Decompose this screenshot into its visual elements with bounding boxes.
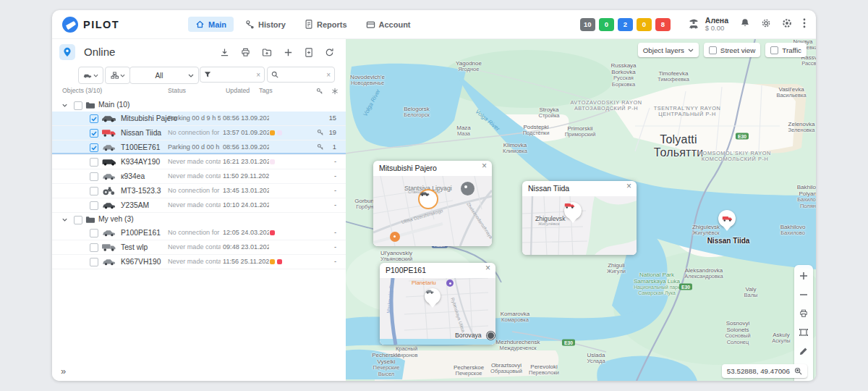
object-row[interactable]: Mitsubishi PajeroParking 00 d 9 h 55 min… — [52, 112, 346, 126]
map-place-label: MezhdurechenskМеждуреченск — [496, 339, 540, 352]
close-icon[interactable]: × — [626, 181, 631, 191]
app-window: PILOT MainHistoryReportsAccount 100208 А… — [52, 10, 816, 381]
close-icon[interactable]: × — [485, 263, 490, 273]
street-view-checkbox[interactable] — [709, 46, 717, 54]
object-row[interactable]: P100PE161No connection for 6 mon12:05 24… — [52, 226, 346, 240]
map-place-label: ZelenovkaЗеленовка — [788, 121, 815, 134]
nav-tab-history[interactable]: History — [238, 17, 293, 32]
group-row[interactable]: My veh (3) — [52, 213, 346, 226]
sedan-icon — [101, 172, 116, 181]
bell-icon[interactable] — [740, 18, 750, 31]
group-checkbox[interactable] — [74, 216, 82, 224]
popup-minimap: Stantsiya Lipyagi Станция Липяги Ulitsa … — [373, 176, 492, 246]
map-place-label: TSENTRAL'NYY RAYONЦЕНТРАЛЬНЫЙ Р-Н — [652, 106, 723, 118]
refresh-icon[interactable] — [325, 47, 334, 60]
object-row[interactable]: МТ3-1523.3No connection for 9 mon13:45 1… — [52, 184, 346, 198]
object-row[interactable]: K934AY190Never made contact16:21 23.01.2… — [52, 155, 346, 169]
map-place-label: UsladaУслада — [587, 352, 605, 365]
nav-label: Main — [208, 20, 226, 29]
settings-gear-icon[interactable] — [761, 18, 771, 31]
road-badge: E30 — [736, 133, 749, 140]
map-controls: Object layers Street view Traffic — [638, 43, 807, 57]
add-icon[interactable] — [284, 47, 293, 60]
map-place-label: Ul'yanovskiyУльяновский — [380, 250, 412, 263]
kebab-menu-icon[interactable] — [803, 18, 806, 31]
object-checkbox[interactable] — [90, 258, 98, 266]
map-pin-icon — [63, 47, 72, 57]
tractor-icon — [101, 186, 116, 196]
zoom-in-button[interactable] — [799, 270, 808, 283]
map-place-label: Vasil'evkaВасильевка — [776, 86, 806, 99]
object-updated: 08:56 13.09.2025 — [223, 112, 269, 125]
tag-filter-input[interactable]: × — [200, 67, 265, 83]
object-checkbox[interactable] — [90, 243, 98, 252]
object-checkbox[interactable] — [90, 187, 98, 196]
object-row[interactable]: Nissan TiidaNo connection for 12 day13:5… — [52, 126, 346, 140]
object-tags — [270, 230, 275, 235]
print-icon[interactable] — [241, 47, 250, 60]
object-checkbox[interactable] — [90, 114, 98, 123]
street-view-toggle[interactable]: Street view — [704, 43, 760, 57]
tiida-mini-marker — [564, 202, 582, 219]
object-checkbox[interactable] — [90, 143, 98, 152]
object-checkbox[interactable] — [90, 229, 98, 237]
zoom-out-button[interactable] — [799, 289, 808, 302]
counter-badge[interactable]: 2 — [618, 18, 633, 31]
nissan-tiida-map-marker[interactable] — [718, 210, 736, 227]
object-checkbox[interactable] — [90, 172, 98, 181]
folder-add-icon[interactable] — [262, 47, 272, 60]
object-layers-dropdown[interactable]: Object layers — [638, 43, 699, 57]
home-icon — [195, 20, 205, 29]
locate-search-icon[interactable] — [794, 367, 802, 375]
traffic-checkbox[interactable] — [770, 46, 778, 54]
popup-minimap: Planetariu Moskovskiy Prospekt Rybinskay… — [380, 278, 495, 345]
nav-tab-main[interactable]: Main — [188, 17, 234, 32]
traffic-toggle[interactable]: Traffic — [765, 43, 807, 57]
measure-button[interactable] — [799, 345, 808, 358]
nav-tab-reports[interactable]: Reports — [297, 17, 354, 32]
group-checkbox[interactable] — [74, 101, 82, 110]
counter-badge[interactable]: 0 — [637, 18, 652, 31]
search-input[interactable]: × — [267, 67, 335, 83]
object-row[interactable]: K967VH190Never made contact11:56 25.11.2… — [52, 255, 346, 269]
coordinates-display: 53.52888, 49.47006 — [722, 364, 807, 378]
counter-badge[interactable]: 10 — [580, 18, 595, 31]
driver-icon — [686, 16, 701, 33]
group-view-dropdown[interactable] — [105, 67, 130, 84]
user-menu[interactable]: Алена $ 0.00 — [686, 16, 728, 33]
account-icon — [366, 20, 375, 29]
object-row[interactable]: Test wlpNever made contact09:48 23.01.20… — [52, 240, 346, 255]
object-name: K967VH190 — [121, 255, 161, 269]
object-updated: 10:10 24.01.2025 — [223, 198, 269, 212]
object-checkbox[interactable] — [90, 201, 98, 210]
file-add-icon[interactable] — [305, 47, 313, 60]
counter-badge[interactable]: 8 — [655, 18, 671, 31]
chevron-down-icon[interactable] — [61, 216, 68, 224]
download-icon[interactable] — [220, 47, 229, 60]
support-gear-icon[interactable] — [782, 18, 792, 31]
nav-tab-account[interactable]: Account — [359, 17, 418, 32]
counter-badge[interactable]: 0 — [599, 18, 614, 31]
object-count: 1 — [333, 140, 336, 154]
clear-filter-icon[interactable]: × — [256, 71, 260, 79]
group-select[interactable]: All — [129, 67, 199, 84]
chevron-down-icon[interactable] — [61, 102, 68, 110]
object-row[interactable]: T100EE761Parking 00 d 00 h 06 min08:56 1… — [52, 140, 346, 155]
object-checkbox[interactable] — [90, 158, 98, 167]
object-type-dropdown[interactable] — [78, 67, 103, 84]
map-tools — [794, 265, 813, 381]
object-name: P100PE161 — [121, 226, 161, 240]
object-row[interactable]: к934еаNever made contact11:50 29.11.2024… — [52, 169, 346, 184]
close-icon[interactable]: × — [482, 161, 487, 171]
print-map-button[interactable] — [799, 308, 808, 321]
chevron-down-icon — [93, 74, 98, 77]
group-row[interactable]: Main (10) — [52, 98, 346, 112]
map-pin-tab[interactable] — [59, 44, 75, 60]
logo[interactable]: PILOT — [62, 17, 178, 33]
collapse-panel-button[interactable]: » — [61, 366, 65, 377]
object-checkbox[interactable] — [90, 129, 98, 138]
map-canvas[interactable]: Novodevich'eНоводевичьеYagodnoeЯгодноеNo… — [346, 39, 816, 381]
select-area-button[interactable] — [799, 327, 808, 340]
object-row[interactable]: У235АМNever made contact10:10 24.01.2025… — [52, 198, 346, 213]
clear-search-icon[interactable]: × — [326, 71, 331, 79]
